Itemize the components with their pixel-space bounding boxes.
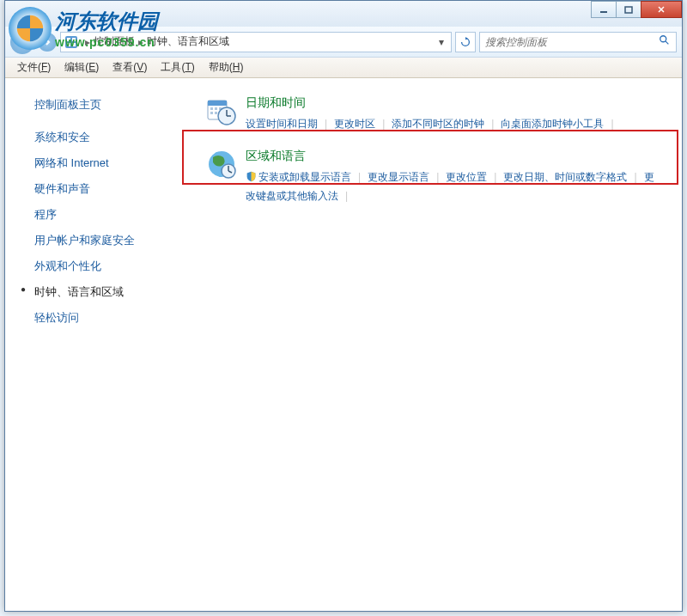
menu-f[interactable]: 文件(F) — [10, 58, 58, 76]
task-link[interactable]: 添加不同时区的时钟 — [392, 118, 484, 130]
maximize-button[interactable] — [616, 1, 641, 18]
search-input[interactable] — [485, 36, 659, 48]
svg-point-9 — [660, 36, 666, 42]
sidebar-item-0[interactable]: 系统和安全 — [5, 125, 185, 150]
breadcrumb-item[interactable]: 时钟、语言和区域 — [147, 34, 229, 49]
task-link[interactable]: 更改位置 — [446, 171, 487, 183]
watermark-logo-icon — [9, 7, 52, 50]
task-link[interactable]: 更改日期、时间或数字格式 — [503, 171, 627, 183]
menu-e[interactable]: 编辑(E) — [58, 58, 106, 76]
sidebar-item-1[interactable]: 网络和 Internet — [5, 150, 185, 176]
link-separator: | — [325, 118, 327, 130]
category-title-datetime[interactable]: 日期和时间 — [246, 95, 654, 111]
shield-icon — [246, 171, 257, 182]
svg-line-10 — [666, 41, 669, 45]
link-separator: | — [634, 171, 636, 183]
breadcrumb-dropdown[interactable]: ▾ — [435, 36, 447, 48]
svg-rect-12 — [208, 101, 227, 106]
datetime-icon — [206, 95, 237, 126]
link-separator: | — [611, 118, 613, 130]
sidebar-item-3[interactable]: 程序 — [5, 202, 185, 228]
menu-t[interactable]: 工具(T) — [154, 58, 201, 76]
sidebar-item-4[interactable]: 用户帐户和家庭安全 — [5, 228, 185, 253]
sidebar: 控制面板主页 系统和安全网络和 Internet硬件和声音程序用户帐户和家庭安全… — [5, 78, 185, 611]
sidebar-home[interactable]: 控制面板主页 — [5, 94, 185, 125]
link-separator: | — [345, 190, 348, 202]
link-separator: | — [494, 171, 496, 183]
control-panel-window: ▸ 控制面板 ▸ 时钟、语言和区域 ▾ 文件(F)编辑(E)查看(V)工具(T)… — [4, 0, 683, 612]
main-panel: 日期和时间 设置时间和日期|更改时区|添加不同时区的时钟|向桌面添加时钟小工具|… — [185, 78, 682, 611]
svg-rect-14 — [215, 107, 217, 110]
search-box[interactable] — [479, 32, 677, 52]
watermark: 河东软件园 www.pc0359.cn — [9, 7, 158, 50]
sidebar-item-5[interactable]: 外观和个性化 — [5, 253, 185, 279]
link-separator: | — [491, 118, 494, 130]
link-separator: | — [358, 171, 361, 183]
menu-h[interactable]: 帮助(H) — [202, 58, 251, 76]
svg-rect-16 — [210, 112, 213, 114]
minimize-button[interactable] — [591, 1, 617, 18]
menu-v[interactable]: 查看(V) — [106, 58, 154, 76]
content-area: 控制面板主页 系统和安全网络和 Internet硬件和声音程序用户帐户和家庭安全… — [5, 78, 682, 611]
category-datetime: 日期和时间 设置时间和日期|更改时区|添加不同时区的时钟|向桌面添加时钟小工具| — [206, 95, 661, 133]
region-icon — [206, 149, 237, 180]
menubar: 文件(F)编辑(E)查看(V)工具(T)帮助(H) — [5, 58, 682, 78]
watermark-url: www.pc0359.cn — [55, 35, 158, 49]
search-icon[interactable] — [659, 34, 671, 49]
svg-rect-13 — [210, 107, 213, 110]
task-link[interactable]: 设置时间和日期 — [246, 118, 318, 130]
close-button[interactable] — [641, 1, 682, 18]
sidebar-item-6[interactable]: 时钟、语言和区域 — [5, 279, 185, 305]
watermark-title: 河东软件园 — [55, 8, 158, 35]
task-link[interactable]: 安装或卸载显示语言 — [258, 171, 351, 183]
task-link[interactable]: 更改显示语言 — [368, 171, 429, 183]
sidebar-item-2[interactable]: 硬件和声音 — [5, 176, 185, 202]
link-separator: | — [436, 171, 439, 183]
svg-rect-1 — [625, 7, 632, 13]
category-title-region[interactable]: 区域和语言 — [246, 149, 654, 164]
svg-rect-17 — [215, 112, 217, 114]
refresh-button[interactable] — [455, 32, 476, 52]
link-separator: | — [382, 118, 385, 130]
category-region: 区域和语言 安装或卸载显示语言|更改显示语言|更改位置|更改日期、时间或数字格式… — [206, 149, 661, 205]
task-link[interactable]: 更改时区 — [334, 118, 375, 130]
sidebar-item-7[interactable]: 轻松访问 — [5, 305, 185, 331]
task-link[interactable]: 向桌面添加时钟小工具 — [501, 118, 604, 130]
